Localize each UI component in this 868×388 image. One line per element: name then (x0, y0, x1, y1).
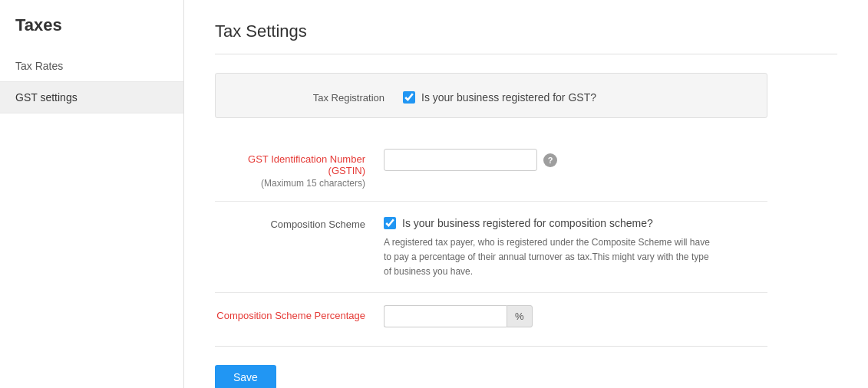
gstin-input-row: ? (384, 149, 767, 171)
percentage-addon: % (507, 305, 533, 327)
percentage-input-group: % (384, 305, 767, 327)
composition-scheme-label-col: Composition Scheme (215, 214, 384, 230)
app-title: Taxes (0, 15, 183, 51)
composition-percentage-label-col: Composition Scheme Percentage (215, 305, 384, 321)
composition-percentage-label: Composition Scheme Percentage (216, 310, 365, 321)
tax-registration-label: Tax Registration (234, 87, 403, 104)
gstin-help-icon[interactable]: ? (543, 153, 557, 167)
composition-percentage-input[interactable] (384, 305, 507, 327)
composition-percentage-content: % (384, 305, 767, 327)
composition-scheme-label: Composition Scheme (270, 219, 365, 230)
composition-scheme-row: Composition Scheme Is your business regi… (215, 202, 767, 293)
gstin-label-col: GST Identification Number (GSTIN) (Maxim… (215, 149, 384, 189)
sidebar-link-tax-rates[interactable]: Tax Rates (0, 51, 183, 81)
gstin-sub-label: (Maximum 15 characters) (215, 178, 365, 189)
composition-scheme-checkbox-label: Is your business registered for composit… (402, 217, 653, 229)
composition-percentage-row: Composition Scheme Percentage % (215, 293, 767, 340)
composition-scheme-checkbox[interactable] (384, 217, 396, 229)
gstin-row: GST Identification Number (GSTIN) (Maxim… (215, 136, 767, 202)
sidebar-link-gst-settings[interactable]: GST settings (0, 82, 183, 113)
main-content: Tax Settings Tax Registration Is your bu… (184, 0, 868, 388)
composition-scheme-checkbox-row: Is your business registered for composit… (384, 214, 767, 229)
composition-scheme-content: Is your business registered for composit… (384, 214, 767, 280)
gstin-label: GST Identification Number (GSTIN) (215, 153, 365, 176)
sidebar-nav: Tax Rates GST settings (0, 51, 183, 113)
gst-registered-checkbox[interactable] (403, 91, 415, 104)
sidebar-item-gst-settings[interactable]: GST settings (0, 82, 183, 113)
form-container: Tax Registration Is your business regist… (215, 73, 767, 388)
form-separator (215, 346, 767, 347)
page-title: Tax Settings (215, 21, 837, 54)
sidebar-item-tax-rates[interactable]: Tax Rates (0, 51, 183, 82)
gstin-content: ? (384, 149, 767, 171)
sidebar: Taxes Tax Rates GST settings (0, 0, 184, 388)
gst-registered-row: Is your business registered for GST? (403, 88, 748, 104)
tax-registration-content: Is your business registered for GST? (403, 88, 748, 104)
gstin-input[interactable] (384, 149, 537, 171)
composition-scheme-description: A registered tax payer, who is registere… (384, 235, 714, 280)
save-button[interactable]: Save (215, 365, 276, 388)
tax-registration-section: Tax Registration Is your business regist… (215, 73, 767, 118)
gst-registered-checkbox-label: Is your business registered for GST? (421, 91, 596, 104)
